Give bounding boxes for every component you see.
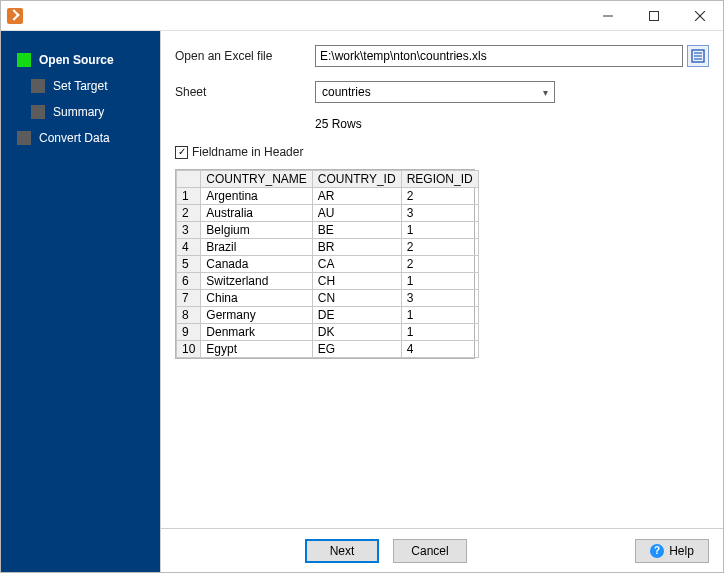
table-row[interactable]: 3BelgiumBE1 [177, 222, 479, 239]
sidebar-item-summary[interactable]: Summary [1, 99, 160, 125]
table-row[interactable]: 8GermanyDE1 [177, 307, 479, 324]
col-header[interactable]: COUNTRY_ID [312, 171, 401, 188]
browse-icon [691, 49, 705, 63]
maximize-button[interactable] [631, 1, 677, 31]
minimize-button[interactable] [585, 1, 631, 31]
row-number: 2 [177, 205, 201, 222]
preview-table: COUNTRY_NAME COUNTRY_ID REGION_ID 1Argen… [175, 169, 475, 359]
table-cell: 2 [401, 188, 478, 205]
app-window: Open Source Set Target Summary Convert D… [0, 0, 724, 573]
table-cell: DE [312, 307, 401, 324]
table-cell: CA [312, 256, 401, 273]
table-cell: 2 [401, 256, 478, 273]
row-number: 4 [177, 239, 201, 256]
table-cell: BR [312, 239, 401, 256]
svg-rect-1 [650, 11, 659, 20]
step-icon [17, 131, 31, 145]
row-count-label: 25 Rows [315, 117, 362, 131]
row-number: 7 [177, 290, 201, 307]
table-cell: 3 [401, 205, 478, 222]
table-cell: 2 [401, 239, 478, 256]
row-number: 3 [177, 222, 201, 239]
table-cell: China [201, 290, 312, 307]
col-header[interactable]: REGION_ID [401, 171, 478, 188]
sheet-select[interactable]: countries ▾ [315, 81, 555, 103]
app-icon [7, 8, 23, 24]
step-icon [17, 53, 31, 67]
table-cell: 4 [401, 341, 478, 358]
table-row[interactable]: 5CanadaCA2 [177, 256, 479, 273]
table-cell: EG [312, 341, 401, 358]
row-number: 5 [177, 256, 201, 273]
help-button[interactable]: ? Help [635, 539, 709, 563]
table-cell: CN [312, 290, 401, 307]
table-cell: Germany [201, 307, 312, 324]
table-row[interactable]: 6SwitzerlandCH1 [177, 273, 479, 290]
open-file-label: Open an Excel file [175, 49, 315, 63]
table-cell: 3 [401, 290, 478, 307]
file-path-input[interactable] [315, 45, 683, 67]
step-icon [31, 105, 45, 119]
wizard-sidebar: Open Source Set Target Summary Convert D… [1, 31, 160, 572]
button-bar: Next Cancel ? Help [161, 528, 723, 572]
sidebar-item-label: Open Source [39, 53, 114, 67]
fieldname-checkbox-label: Fieldname in Header [192, 145, 303, 159]
table-cell: 1 [401, 273, 478, 290]
sheet-select-value: countries [322, 85, 371, 99]
table-cell: DK [312, 324, 401, 341]
titlebar [1, 1, 723, 31]
table-cell: CH [312, 273, 401, 290]
chevron-down-icon: ▾ [543, 87, 548, 98]
table-cell: Egypt [201, 341, 312, 358]
table-row[interactable]: 1ArgentinaAR2 [177, 188, 479, 205]
row-number: 10 [177, 341, 201, 358]
row-number: 8 [177, 307, 201, 324]
table-row[interactable]: 7ChinaCN3 [177, 290, 479, 307]
table-row[interactable]: 4BrazilBR2 [177, 239, 479, 256]
row-number: 6 [177, 273, 201, 290]
col-header[interactable]: COUNTRY_NAME [201, 171, 312, 188]
sidebar-item-set-target[interactable]: Set Target [1, 73, 160, 99]
table-row[interactable]: 10EgyptEG4 [177, 341, 479, 358]
table-cell: 1 [401, 222, 478, 239]
table-cell: 1 [401, 324, 478, 341]
sidebar-item-label: Set Target [53, 79, 107, 93]
table-row[interactable]: 9DenmarkDK1 [177, 324, 479, 341]
table-cell: Switzerland [201, 273, 312, 290]
sidebar-item-label: Summary [53, 105, 104, 119]
table-cell: AU [312, 205, 401, 222]
fieldname-checkbox[interactable]: ✓ [175, 146, 188, 159]
table-cell: Denmark [201, 324, 312, 341]
window-controls [585, 1, 723, 31]
row-number: 9 [177, 324, 201, 341]
close-button[interactable] [677, 1, 723, 31]
table-cell: BE [312, 222, 401, 239]
sidebar-item-convert-data[interactable]: Convert Data [1, 125, 160, 151]
help-icon: ? [650, 544, 664, 558]
table-cell: Belgium [201, 222, 312, 239]
table-corner [177, 171, 201, 188]
table-cell: Canada [201, 256, 312, 273]
table-row[interactable]: 2AustraliaAU3 [177, 205, 479, 222]
step-icon [31, 79, 45, 93]
browse-button[interactable] [687, 45, 709, 67]
table-cell: Argentina [201, 188, 312, 205]
row-number: 1 [177, 188, 201, 205]
sidebar-item-label: Convert Data [39, 131, 110, 145]
next-button[interactable]: Next [305, 539, 379, 563]
sidebar-item-open-source[interactable]: Open Source [1, 47, 160, 73]
sheet-label: Sheet [175, 85, 315, 99]
cancel-button[interactable]: Cancel [393, 539, 467, 563]
table-cell: Australia [201, 205, 312, 222]
main-panel: Open an Excel file Sheet countries ▾ 25 … [160, 31, 723, 572]
table-cell: Brazil [201, 239, 312, 256]
table-cell: AR [312, 188, 401, 205]
table-cell: 1 [401, 307, 478, 324]
